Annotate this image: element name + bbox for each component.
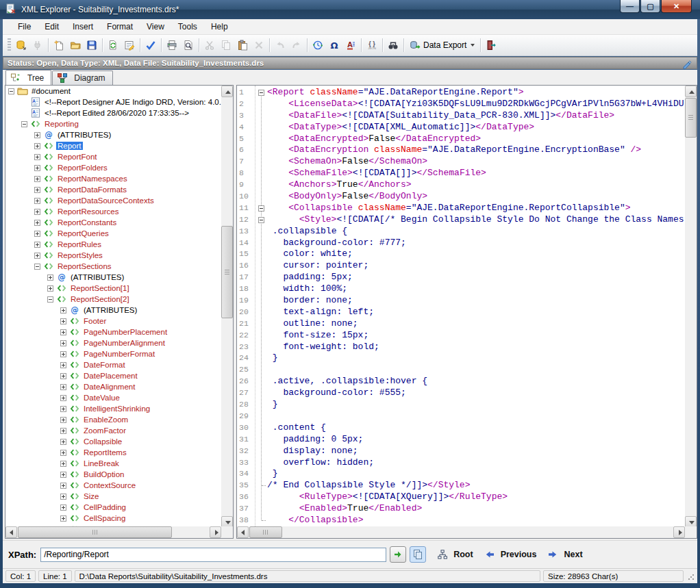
plus-expander[interactable] <box>60 362 66 368</box>
refresh-document-button[interactable] <box>105 37 121 53</box>
editor-vertical-scrollbar[interactable] <box>685 86 697 528</box>
plus-expander[interactable] <box>34 242 40 248</box>
minus-expander[interactable] <box>34 264 40 270</box>
close-button[interactable]: ✕ <box>661 0 692 13</box>
tab-diagram[interactable]: Diagram <box>52 71 112 85</box>
print-button[interactable] <box>164 37 180 53</box>
tree-hscroll-thumb[interactable] <box>18 526 172 538</box>
tree-item-dateformat[interactable]: DateFormat <box>5 359 221 370</box>
tree-item-pagenumberplacement[interactable]: PageNumberPlacement <box>5 327 221 337</box>
menu-file[interactable]: File <box>11 20 38 34</box>
tree-item-reportitems[interactable]: ReportItems <box>5 447 221 458</box>
print-preview-button[interactable] <box>180 37 197 53</box>
plus-expander[interactable] <box>60 504 66 511</box>
properties-button[interactable] <box>121 37 138 53</box>
xpath-nav-previous[interactable]: Previous <box>484 549 537 560</box>
plus-expander[interactable] <box>60 417 66 423</box>
tree-item-reportrules[interactable]: ReportRules <box>5 239 221 250</box>
tab-tree[interactable]: Tree <box>5 70 51 85</box>
save-button[interactable] <box>84 37 100 53</box>
validate-check-button[interactable] <box>142 37 159 53</box>
plus-expander[interactable] <box>60 340 66 346</box>
resize-grip[interactable] <box>686 570 696 582</box>
scroll-up-arrow[interactable] <box>221 86 233 97</box>
tree-item-reportsection-2[interactable]: ReportSection[2] <box>5 294 221 305</box>
fold-collapse-box[interactable] <box>258 90 264 96</box>
editor-horizontal-scrollbar[interactable] <box>237 526 685 538</box>
tree-item-reportfolders[interactable]: ReportFolders <box>5 162 221 173</box>
tree-item-linebreak[interactable]: LineBreak <box>5 458 221 469</box>
plus-expander[interactable] <box>34 165 40 171</box>
xpath-nav-next[interactable]: Next <box>547 549 582 560</box>
tree-item-cellpadding[interactable]: CellPadding <box>5 502 221 513</box>
exit-button[interactable] <box>483 37 499 53</box>
xml-code-editor[interactable]: 1234567891011121314151617181920212223242… <box>237 86 685 526</box>
tree-item-attributes[interactable]: @(ATTRIBUTES) <box>5 305 221 316</box>
tree-item-contextsource[interactable]: ContextSource <box>5 480 221 491</box>
xpath-copy-button[interactable] <box>410 546 426 563</box>
tree-item-document[interactable]: #document <box>5 86 221 97</box>
web-refresh-button[interactable] <box>310 37 326 53</box>
menu-view[interactable]: View <box>140 20 171 34</box>
plus-expander[interactable] <box>60 395 66 401</box>
plus-expander[interactable] <box>60 351 66 357</box>
tree-item-reportconstants[interactable]: ReportConstants <box>5 217 221 228</box>
tree-item-intelligentshrinking[interactable]: IntelligentShrinking <box>5 403 221 414</box>
plus-expander[interactable] <box>34 198 40 204</box>
tree-item-reportsections[interactable]: ReportSections <box>5 261 221 272</box>
tree-vscroll-thumb[interactable] <box>221 226 233 318</box>
scroll-left-arrow[interactable] <box>5 526 17 538</box>
tree-item-reportqueries[interactable]: ReportQueries <box>5 228 221 239</box>
fold-collapse-box[interactable] <box>258 205 264 212</box>
xpath-input[interactable] <box>40 548 386 562</box>
scroll-right-arrow[interactable] <box>673 526 685 538</box>
omega-button[interactable]: Ω <box>326 37 342 53</box>
tree-item-attributes[interactable]: @(ATTRIBUTES) <box>5 129 221 140</box>
toolbar-grip[interactable] <box>8 38 11 52</box>
plus-expander[interactable] <box>60 406 66 412</box>
plus-expander[interactable] <box>60 373 66 379</box>
plus-expander[interactable] <box>34 253 40 259</box>
plus-expander[interactable] <box>60 494 66 500</box>
tree-item-size[interactable]: Size <box>5 491 221 502</box>
xpath-go-button[interactable] <box>390 546 406 563</box>
menu-format[interactable]: Format <box>100 20 140 34</box>
plus-expander[interactable] <box>47 285 53 292</box>
plus-expander[interactable] <box>60 329 66 335</box>
tree-item-collapsible[interactable]: Collapsible <box>5 436 221 447</box>
tree-vertical-scrollbar[interactable] <box>221 86 233 528</box>
scroll-up-arrow[interactable] <box>685 86 697 97</box>
fold-collapse-box[interactable] <box>258 217 264 223</box>
scroll-right-arrow[interactable] <box>210 526 221 538</box>
tree-item-reportnamespaces[interactable]: ReportNamespaces <box>5 173 221 184</box>
tree-item-cellspacing[interactable]: CellSpacing <box>5 513 221 524</box>
plus-expander[interactable] <box>34 209 40 215</box>
menu-edit[interactable]: Edit <box>38 20 66 34</box>
open-folder-button[interactable] <box>67 37 84 53</box>
tree-item-reportfont[interactable]: ReportFont <box>5 151 221 162</box>
plus-expander[interactable] <box>47 274 53 281</box>
find-binoculars-button[interactable] <box>385 37 401 53</box>
tree-item-reportdataformats[interactable]: ReportDataFormats <box>5 184 221 195</box>
menu-insert[interactable]: Insert <box>66 20 100 34</box>
tree-item-reporting[interactable]: Reporting <box>5 118 221 129</box>
code-area[interactable]: <Report className="AJE.DataReportEngine.… <box>267 86 685 526</box>
minus-expander[interactable] <box>21 121 27 127</box>
plus-expander[interactable] <box>60 384 66 390</box>
minus-expander[interactable] <box>8 88 14 94</box>
paste-button[interactable] <box>234 37 251 53</box>
tree-item-pagenumberformat[interactable]: PageNumberFormat <box>5 348 221 359</box>
tree-item-footer[interactable]: Footer <box>5 316 221 327</box>
tree-item-attributes[interactable]: @(ATTRIBUTES) <box>5 272 221 283</box>
menu-tools[interactable]: Tools <box>171 20 204 34</box>
plus-expander[interactable] <box>34 187 40 193</box>
tree-item-report-edited-28-06-2020-17-33-35[interactable]: A<!--Report Edited 28/06/2020 17:33:35--… <box>5 107 221 118</box>
tree-item-reportstyles[interactable]: ReportStyles <box>5 250 221 261</box>
font-color-button[interactable]: A <box>342 37 359 53</box>
tree-item-datealignment[interactable]: DateAlignment <box>5 381 221 392</box>
menu-help[interactable]: Help <box>204 20 235 34</box>
tree-item-enablezoom[interactable]: EnableZoom <box>5 414 221 425</box>
tree-horizontal-scrollbar[interactable] <box>5 526 221 538</box>
plus-expander[interactable] <box>34 154 40 160</box>
tree-item-datevalue[interactable]: DateValue <box>5 392 221 403</box>
